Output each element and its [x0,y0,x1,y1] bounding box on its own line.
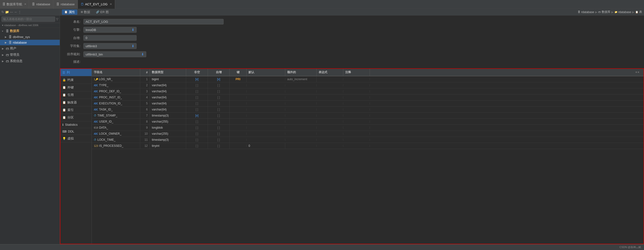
table-nav-virtual[interactable]: 💡 虚拟 [60,135,92,143]
prop-select-charset[interactable]: utf8mb3 ⬇ [84,43,136,49]
engine-select-arrow: ⬇ [132,28,134,32]
table-row[interactable]: ABC TYPE_ 2 varchar(64) [ ] [ ] [92,82,644,88]
tab-er[interactable]: 🔗 ER 图 [94,10,111,15]
cell-num-10: 11 [140,137,150,143]
table-nav-foreignkeys[interactable]: 📋 外键 [60,84,92,91]
table-row[interactable]: ABC LOCK_OWNER_ 10 varchar(255) [ ] [ ] [92,131,644,137]
cell-expr-0 [317,78,343,80]
tree-item-admin[interactable]: ▶ 🗃 管理员 [0,52,60,58]
sidebar-refresh-icon[interactable]: ↻ [2,10,4,14]
scroll-dot-2 [638,71,639,73]
bc-label-4[interactable]: 表 [639,10,642,14]
cell-autoincr-2: [ ] [208,88,230,94]
cell-comment-8 [343,127,370,129]
table-row[interactable]: 010 DATA_ 9 longblob [ ] [ ] [92,125,644,131]
table-row[interactable]: ⏱ LOCK_TIME_ 11 timestamp(3) [ ] [ ] [92,137,644,143]
cell-default-7 [246,120,285,123]
table-nav-references[interactable]: 📋 引用 [60,91,92,99]
sidebar-filter-input[interactable] [2,17,55,22]
tab-properties-label: 属性 [69,10,75,14]
cell-comment-11 [343,145,370,147]
cell-extra-6 [285,114,317,117]
sidebar-panel: ↻ 📁 — ↔ ⋮ ▽ ▾ rdatabase - db4free.net:33… [0,9,60,244]
tree-item-sysinfo[interactable]: ▶ 🗃 系统信息 [0,58,60,64]
table-row[interactable]: ⏱ TIME_STAMP_ 7 timestamp(3) [v] [ ] [92,113,644,119]
tree-item-db4free[interactable]: ▶ 🗄 db4free_sys [0,34,60,40]
collation-value: utf8mb3_bin [86,53,139,56]
prop-select-collation[interactable]: utf8mb3_bin ⬇ [84,51,146,57]
table-nav-partitions[interactable]: 📋 分区 [60,114,92,121]
table-nav-columns[interactable]: ☰ 列 [60,69,92,76]
properties-form: 表名: ACT_EVT_LOG 引擎: InnoDB ⬇ 自增: 0 [60,16,644,68]
db-nav-label: 数据库导航 [6,2,22,7]
cell-default-1 [246,84,285,86]
cell-extra-9 [285,133,317,135]
table-row[interactable]: ABC USER_ID_ 8 varchar(255) [ ] [ ] [92,119,644,125]
table-data-area[interactable]: 字段名 # 数据类型 非空 自增 键 默认 额外的 表达式 注释 1🔑 [92,69,644,244]
tab-data[interactable]: ⊞ 数据 [78,10,92,15]
cell-key-8 [230,127,246,129]
cell-num-9: 10 [140,131,150,137]
tab-er-label: ER 图 [100,10,109,14]
tree-item-users[interactable]: ▶ 🗃 用户 [0,45,60,52]
table-nav-triggers[interactable]: 📋 触发器 [60,99,92,106]
cell-extra-7 [285,120,317,123]
tree-icon-database: 🗄 [6,29,9,33]
bc-label-3[interactable]: rdatabase [618,11,631,14]
cell-comment-10 [343,139,370,141]
cell-extra-2 [285,90,317,92]
table-nav-ddl[interactable]: ⌨ DDL [60,128,92,135]
tree-item-database[interactable]: ▾ 🗄 数据库 [0,28,60,34]
cell-name-2: ABC PROC_DEF_ID_ [92,88,140,94]
col-header-autoincr: 自增 [208,69,230,76]
table-nav-constraints[interactable]: 🔒 约束 [60,76,92,84]
col-header-type: 数据类型 [150,69,186,76]
main-tab-bar: 🗄 数据库导航 ✕ 🗄 rdatabase 🗄 rdatabase 🗒 ACT_… [0,0,644,9]
table-row[interactable]: ABC EXECUTION_ID_ 5 varchar(64) [ ] [ ] [92,100,644,107]
statistics-label: Statistics [65,123,78,127]
sidebar-arrow-icon[interactable]: ↔ [14,10,17,14]
bc-label-2[interactable]: 数据库 [602,10,610,14]
sidebar-toggle[interactable]: 🗄 数据库导航 ✕ [0,0,29,9]
sidebar-folder-icon[interactable]: 📁 [5,10,9,14]
db-nav-close[interactable]: ✕ [24,3,26,6]
cell-default-9 [246,133,285,135]
cell-name-5: ABC TASK_ID_ [92,107,140,112]
statistics-icon: ℹ [62,123,64,127]
tab-act-evt-log[interactable]: 🗒 ACT_EVT_LOG ✕ [78,0,115,9]
cell-extra-8 [285,127,317,129]
col-header-notnull: 非空 [186,69,208,76]
tree-icon-admin: 🗃 [6,53,9,57]
table-row[interactable]: 123 IS_PROCESSED_ 12 tinyint [ ] [ ] 0 [92,143,644,149]
bc-label-1[interactable]: rdatabase [581,11,594,14]
tab-properties[interactable]: 📋 属性 [62,10,77,15]
sidebar-menu-icon[interactable]: ⋮ [18,10,21,14]
cell-type-5: varchar(64) [150,107,186,112]
cell-default-4 [246,102,285,105]
table-row[interactable]: ABC PROC_INST_ID_ 4 varchar(64) [ ] [ ] [92,94,644,100]
prop-value-tablename[interactable]: ACT_EVT_LOG [84,19,224,25]
tab-close-3[interactable]: ✕ [110,3,112,6]
tree-label-db4free: db4free_sys [13,35,30,39]
cell-default-2 [246,90,285,92]
cell-autoincr-8: [ ] [208,125,230,131]
table-row[interactable]: ABC PROC_DEF_ID_ 3 varchar(64) [ ] [ ] [92,88,644,94]
tab-rdatabase-1[interactable]: 🗄 rdatabase [29,0,54,9]
bc-icon-1: 🗄 [578,11,580,13]
tab-rdatabase-2[interactable]: 🗄 rdatabase [54,0,78,9]
table-row[interactable]: 1🔑 LOG_NR_ 1 bigint [v] [v] PRI auto_inc… [92,76,644,82]
table-nav-statistics[interactable]: ℹ Statistics [60,121,92,128]
cell-autoincr-10: [ ] [208,137,230,143]
table-nav-indexes[interactable]: 📋 索引 [60,106,92,114]
sidebar-minus-icon[interactable]: — [10,10,13,14]
tab-icon-1: 🗄 [32,3,35,6]
table-row[interactable]: ABC TASK_ID_ 6 varchar(64) [ ] [ ] [92,107,644,113]
prop-value-autoincr[interactable]: 0 [84,35,136,41]
tree-item-rdatabase[interactable]: ▶ 🗄 rdatabase [0,40,60,45]
prop-select-engine[interactable]: InnoDB ⬇ [84,27,136,33]
cell-comment-9 [343,133,370,135]
columns-icon: ☰ [62,71,65,74]
cell-key-11 [230,145,246,147]
cell-name-7: ABC USER_ID_ [92,119,140,124]
tree-label-admin: 管理员 [10,53,19,57]
